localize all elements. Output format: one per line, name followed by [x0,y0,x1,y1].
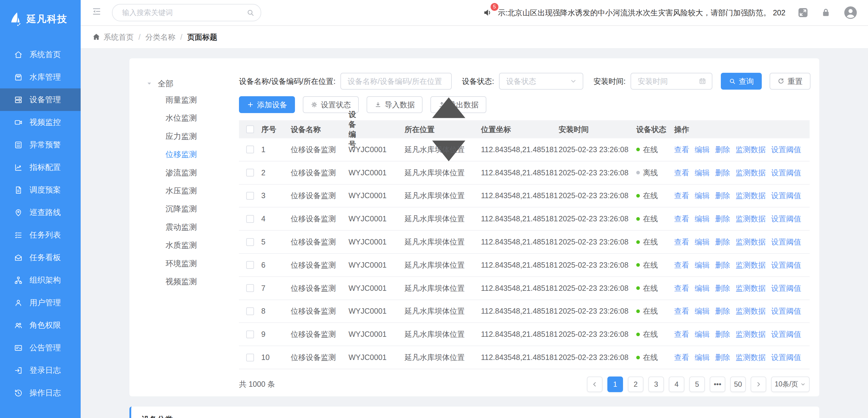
delete-link[interactable]: 删除 [715,329,730,339]
reset-button[interactable]: 重置 [770,73,810,90]
edit-link[interactable]: 编辑 [695,283,710,293]
delete-link[interactable]: 删除 [715,214,730,224]
view-link[interactable]: 查看 [674,168,689,178]
search-button[interactable]: 查询 [721,73,762,90]
monitor-data-link[interactable]: 监测数据 [736,145,766,154]
set-threshold-link[interactable]: 设置阈值 [771,190,801,201]
page-button-50[interactable]: 50 [730,377,746,392]
sidebar-item-tasklist[interactable]: 任务列表 [0,224,81,246]
collapse-sidebar-button[interactable] [92,6,102,19]
sidebar-item-taskboard[interactable]: 任务看板 [0,246,81,269]
search-icon[interactable] [246,8,255,17]
edit-link[interactable]: 编辑 [695,145,710,154]
set-threshold-link[interactable]: 设置阈值 [771,306,801,316]
sidebar-item-reservoir[interactable]: 水库管理 [0,66,81,89]
sidebar-item-plan[interactable]: 调度预案 [0,179,81,201]
page-button-3[interactable]: 3 [648,377,664,392]
global-search-input[interactable] [121,8,246,18]
lock-screen-icon[interactable] [820,7,831,18]
install-time-picker[interactable] [630,73,712,90]
row-checkbox[interactable] [246,284,254,292]
edit-link[interactable]: 编辑 [695,168,710,178]
row-checkbox[interactable] [246,354,254,361]
tree-item[interactable]: 水压监测 [138,182,239,200]
sidebar-item-video[interactable]: 视频监控 [0,111,81,134]
edit-link[interactable]: 编辑 [695,260,710,270]
set-threshold-link[interactable]: 设置阈值 [771,168,801,178]
view-link[interactable]: 查看 [674,306,689,316]
set-threshold-link[interactable]: 设置阈值 [771,237,801,247]
sidebar-item-user[interactable]: 用户管理 [0,291,81,314]
edit-link[interactable]: 编辑 [695,306,710,316]
delete-link[interactable]: 删除 [715,260,730,270]
monitor-data-link[interactable]: 监测数据 [736,260,766,270]
monitor-data-link[interactable]: 监测数据 [736,190,766,201]
view-link[interactable]: 查看 [674,329,689,339]
page-button-5[interactable]: 5 [689,377,705,392]
monitor-data-link[interactable]: 监测数据 [736,168,766,178]
edit-link[interactable]: 编辑 [695,190,710,201]
monitor-data-link[interactable]: 监测数据 [736,283,766,293]
set-threshold-link[interactable]: 设置阈值 [771,145,801,154]
delete-link[interactable]: 删除 [715,306,730,316]
view-link[interactable]: 查看 [674,260,689,270]
row-checkbox[interactable] [246,145,254,153]
delete-link[interactable]: 删除 [715,283,730,293]
delete-link[interactable]: 删除 [715,168,730,178]
edit-link[interactable]: 编辑 [695,352,710,362]
tree-item[interactable]: 应力监测 [138,127,239,145]
view-link[interactable]: 查看 [674,145,689,154]
tree-item[interactable]: 沉降监测 [138,200,239,218]
delete-link[interactable]: 删除 [715,190,730,201]
sidebar-item-alarm[interactable]: 异常预警 [0,134,81,156]
fullscreen-icon[interactable] [797,7,809,19]
tree-item[interactable]: 震动监测 [138,218,239,236]
row-checkbox[interactable] [246,215,254,223]
breadcrumb-category[interactable]: 分类名称 [145,32,176,42]
row-checkbox[interactable] [246,169,254,176]
caret-down-icon[interactable] [146,80,152,86]
tree-item[interactable]: 视频监测 [138,273,239,290]
row-checkbox[interactable] [246,192,254,200]
monitor-data-link[interactable]: 监测数据 [736,352,766,362]
view-link[interactable]: 查看 [674,283,689,293]
sidebar-item-metric[interactable]: 指标配置 [0,156,81,179]
set-threshold-link[interactable]: 设置阈值 [771,352,801,362]
monitor-data-link[interactable]: 监测数据 [736,237,766,247]
sidebar-item-loginlog[interactable]: 登录日志 [0,359,81,382]
sidebar-item-notice[interactable]: 公告管理 [0,337,81,359]
page-button-4[interactable]: 4 [669,377,684,392]
next-page-button[interactable] [751,377,766,392]
row-checkbox[interactable] [246,307,254,315]
monitor-data-link[interactable]: 监测数据 [736,329,766,339]
delete-link[interactable]: 删除 [715,237,730,247]
sidebar-item-route[interactable]: 巡查路线 [0,201,81,224]
set-threshold-link[interactable]: 设置阈值 [771,283,801,293]
edit-link[interactable]: 编辑 [695,237,710,247]
tree-item[interactable]: 水质监测 [138,236,239,254]
delete-link[interactable]: 删除 [715,145,730,154]
tree-item[interactable]: 雨量监测 [138,91,239,109]
tree-item[interactable]: 环境监测 [138,254,239,273]
sidebar-item-oplog[interactable]: 操作日志 [0,382,81,404]
view-link[interactable]: 查看 [674,190,689,201]
tree-root-item[interactable]: 全部 [138,76,239,91]
global-search[interactable] [112,4,261,21]
select-all-checkbox[interactable] [246,126,254,133]
sidebar-item-org[interactable]: 组织架构 [0,269,81,291]
edit-link[interactable]: 编辑 [695,329,710,339]
page-size-select[interactable]: 10条/页 [771,377,810,392]
page-button-1[interactable]: 1 [607,377,623,392]
sidebar-item-home[interactable]: 系统首页 [0,43,81,66]
row-checkbox[interactable] [246,330,254,338]
view-link[interactable]: 查看 [674,352,689,362]
monitor-data-link[interactable]: 监测数据 [736,214,766,224]
monitor-data-link[interactable]: 监测数据 [736,306,766,316]
tree-item[interactable]: 水位监测 [138,109,239,127]
more-pages-button[interactable]: ••• [710,377,725,392]
view-link[interactable]: 查看 [674,214,689,224]
user-avatar[interactable] [843,5,858,21]
page-button-2[interactable]: 2 [628,377,644,392]
tree-item[interactable]: 渗流监测 [138,164,239,182]
edit-link[interactable]: 编辑 [695,214,710,224]
